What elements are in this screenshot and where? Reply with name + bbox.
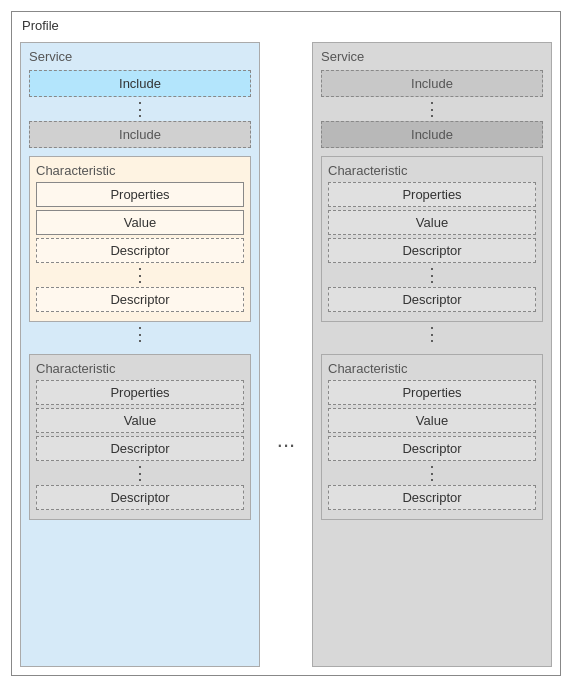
char-label-right-2: Characteristic — [328, 361, 536, 376]
char-descriptor-right-2a: Descriptor — [328, 436, 536, 461]
include-box-bottom-left: Include — [29, 121, 251, 148]
profile-label: Profile — [22, 18, 59, 33]
dots-char-left-1: ⋮ — [36, 266, 244, 284]
include-box-top-right: Include — [321, 70, 543, 97]
char-descriptor-left-1b: Descriptor — [36, 287, 244, 312]
service-box-left: Service Include ⋮ Include Characteristic… — [20, 42, 260, 667]
include-box-bottom-right: Include — [321, 121, 543, 148]
char-descriptor-left-2b: Descriptor — [36, 485, 244, 510]
service-box-right: Service Include ⋮ Include Characteristic… — [312, 42, 552, 667]
char-label-left-1: Characteristic — [36, 163, 244, 178]
char-descriptor-right-1a: Descriptor — [328, 238, 536, 263]
dots-right-mid: ⋮ — [321, 325, 543, 343]
char-descriptor-left-1a: Descriptor — [36, 238, 244, 263]
char-value-right-2: Value — [328, 408, 536, 433]
profile-container: Profile Service Include ⋮ Include Charac… — [11, 11, 561, 676]
char-descriptor-right-2b: Descriptor — [328, 485, 536, 510]
include-box-top-left: Include — [29, 70, 251, 97]
service-label-right: Service — [321, 49, 543, 64]
dots-char-left-2: ⋮ — [36, 464, 244, 482]
char-properties-left-2: Properties — [36, 380, 244, 405]
char-properties-left-1: Properties — [36, 182, 244, 207]
dots-char-right-1: ⋮ — [328, 266, 536, 284]
char-label-left-2: Characteristic — [36, 361, 244, 376]
dots-char-right-2: ⋮ — [328, 464, 536, 482]
characteristic-box-left-2: Characteristic Properties Value Descript… — [29, 354, 251, 520]
characteristic-box-right-2: Characteristic Properties Value Descript… — [321, 354, 543, 520]
char-value-left-1: Value — [36, 210, 244, 235]
char-properties-right-2: Properties — [328, 380, 536, 405]
char-descriptor-left-2a: Descriptor — [36, 436, 244, 461]
dots-left-mid: ⋮ — [29, 325, 251, 343]
char-value-left-2: Value — [36, 408, 244, 433]
char-value-right-1: Value — [328, 210, 536, 235]
char-descriptor-right-1b: Descriptor — [328, 287, 536, 312]
services-row: Service Include ⋮ Include Characteristic… — [20, 42, 552, 667]
service-label-left: Service — [29, 49, 251, 64]
characteristic-box-left-1: Characteristic Properties Value Descript… — [29, 156, 251, 322]
dots-between-services: ··· — [276, 42, 296, 667]
dots-left-top: ⋮ — [29, 100, 251, 118]
char-label-right-1: Characteristic — [328, 163, 536, 178]
characteristic-box-right-1: Characteristic Properties Value Descript… — [321, 156, 543, 322]
dots-right-top: ⋮ — [321, 100, 543, 118]
char-properties-right-1: Properties — [328, 182, 536, 207]
